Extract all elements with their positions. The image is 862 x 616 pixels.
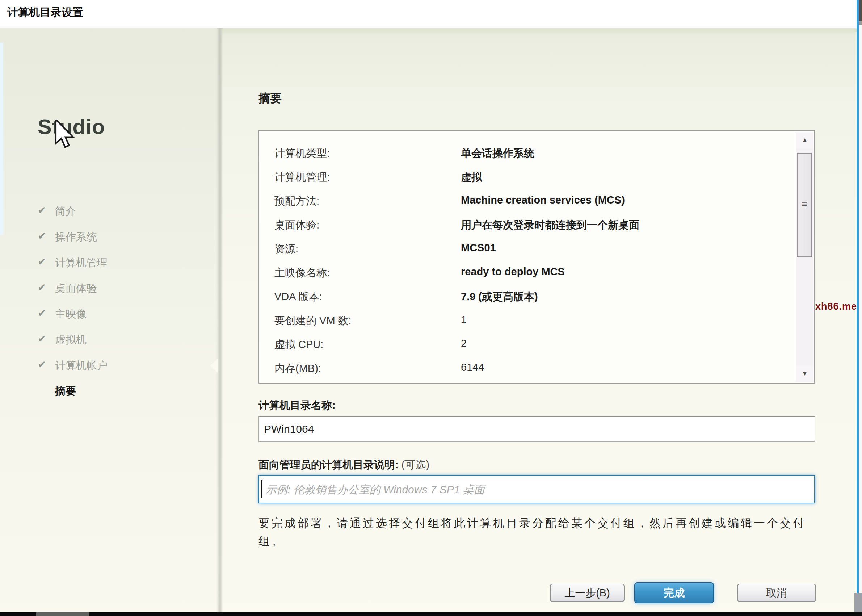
row-value: 用户在每次登录时都连接到一个新桌面 bbox=[461, 218, 639, 233]
scroll-up-icon[interactable]: ▲ bbox=[796, 132, 813, 148]
row-value: 6144 bbox=[461, 361, 484, 373]
description-placeholder: 示例: 伦敦销售办公室的 Windows 7 SP1 桌面 bbox=[266, 482, 485, 497]
row-value: 1 bbox=[461, 314, 467, 325]
sidebar-divider bbox=[217, 28, 223, 612]
step-machine-management[interactable]: ✔ 计算机管理 bbox=[0, 256, 221, 281]
right-edge-bottom-gray bbox=[854, 593, 862, 612]
row-value: 7.9 (或更高版本) bbox=[461, 290, 538, 304]
page-title: 摘要 bbox=[259, 91, 282, 107]
step-label: 虚拟机 bbox=[55, 333, 86, 347]
check-icon: ✔ bbox=[38, 333, 46, 345]
wizard-dialog: Studio ✔ 简介 ✔ 操作系统 ✔ 计算机管理 ✔ 桌面体验 ✔ bbox=[0, 28, 862, 612]
wizard-sidebar: Studio ✔ 简介 ✔ 操作系统 ✔ 计算机管理 ✔ 桌面体验 ✔ bbox=[0, 28, 221, 612]
description-label: 面向管理员的计算机目录说明: (可选) bbox=[259, 458, 429, 472]
step-summary-current[interactable]: 摘要 bbox=[0, 384, 221, 410]
watermark: xh86.me bbox=[815, 301, 857, 312]
row-label: 预配方法: bbox=[275, 194, 319, 209]
description-label-text: 面向管理员的计算机目录说明: bbox=[259, 459, 399, 470]
row-value: ready to deploy MCS bbox=[461, 266, 565, 278]
row-label: 计算机管理: bbox=[275, 170, 330, 185]
check-icon: ✔ bbox=[38, 281, 46, 293]
right-edge-column bbox=[859, 0, 862, 616]
step-label: 简介 bbox=[55, 204, 76, 219]
row-value: 单会话操作系统 bbox=[461, 146, 534, 161]
step-label: 主映像 bbox=[55, 307, 86, 322]
summary-row: VDA 版本: 7.9 (或更高版本) bbox=[259, 286, 794, 310]
check-icon: ✔ bbox=[38, 204, 46, 216]
back-button[interactable]: 上一步(B) bbox=[550, 584, 625, 602]
cancel-button[interactable]: 取消 bbox=[737, 584, 816, 602]
scroll-down-icon[interactable]: ▼ bbox=[796, 365, 813, 382]
summary-row: 资源: MCS01 bbox=[259, 238, 794, 262]
right-edge-dark-block bbox=[859, 0, 862, 21]
step-computer-accounts[interactable]: ✔ 计算机帐户 bbox=[0, 358, 221, 384]
check-icon: ✔ bbox=[38, 307, 46, 319]
summary-rows: 计算机类型: 单会话操作系统 计算机管理: 虚拟 预配方法: Machine c… bbox=[259, 143, 794, 382]
row-value: MCS01 bbox=[461, 242, 496, 254]
check-icon: ✔ bbox=[38, 256, 46, 268]
window-title: 计算机目录设置 bbox=[7, 5, 83, 20]
summary-row: 预配方法: Machine creation services (MCS) bbox=[259, 190, 794, 214]
catalog-name-label: 计算机目录名称: bbox=[259, 398, 336, 413]
row-label: 内存(MB): bbox=[275, 361, 321, 376]
right-edge-gray-band bbox=[859, 21, 862, 25]
finish-button[interactable]: 完成 bbox=[634, 582, 714, 603]
current-step-notch bbox=[210, 359, 218, 372]
taskbar-edge bbox=[0, 612, 862, 616]
step-label: 计算机管理 bbox=[55, 256, 108, 270]
row-label: 主映像名称: bbox=[275, 266, 330, 280]
row-label: 资源: bbox=[275, 242, 298, 256]
step-os[interactable]: ✔ 操作系统 bbox=[0, 230, 221, 256]
step-label: 摘要 bbox=[55, 384, 76, 399]
scrollbar-thumb[interactable]: ≡ bbox=[797, 153, 812, 257]
summary-row: 计算机管理: 虚拟 bbox=[259, 167, 794, 190]
summary-row: 内存(MB): 6144 bbox=[259, 358, 794, 382]
summary-row: 虚拟 CPU: 2 bbox=[259, 334, 794, 358]
right-edge-blue-line bbox=[857, 0, 859, 616]
step-desktop-experience[interactable]: ✔ 桌面体验 bbox=[0, 281, 221, 307]
row-label: 桌面体验: bbox=[275, 218, 319, 233]
summary-panel: 计算机类型: 单会话操作系统 计算机管理: 虚拟 预配方法: Machine c… bbox=[259, 130, 815, 383]
summary-row: 主映像名称: ready to deploy MCS bbox=[259, 262, 794, 286]
step-master-image[interactable]: ✔ 主映像 bbox=[0, 307, 221, 333]
summary-row: 桌面体验: 用户在每次登录时都连接到一个新桌面 bbox=[259, 214, 794, 238]
taskbar-segment bbox=[36, 612, 89, 616]
row-value: Machine creation services (MCS) bbox=[461, 194, 625, 206]
step-label: 操作系统 bbox=[55, 230, 97, 244]
mouse-cursor-icon bbox=[53, 119, 77, 150]
step-intro[interactable]: ✔ 简介 bbox=[0, 204, 221, 230]
text-caret bbox=[261, 480, 262, 498]
row-value: 2 bbox=[461, 338, 467, 349]
step-label: 计算机帐户 bbox=[55, 358, 108, 373]
check-icon: ✔ bbox=[38, 358, 46, 371]
row-label: 计算机类型: bbox=[275, 146, 330, 161]
row-value: 虚拟 bbox=[461, 170, 482, 185]
check-icon: ✔ bbox=[38, 230, 46, 242]
summary-row: 要创建的 VM 数: 1 bbox=[259, 310, 794, 334]
summary-row: 计算机类型: 单会话操作系统 bbox=[259, 143, 794, 167]
description-input[interactable]: 示例: 伦敦销售办公室的 Windows 7 SP1 桌面 bbox=[259, 475, 815, 503]
window-titlebar: 计算机目录设置 bbox=[0, 0, 862, 28]
row-label: 虚拟 CPU: bbox=[275, 338, 323, 352]
description-optional-hint: (可选) bbox=[402, 459, 429, 470]
deployment-footnote: 要完成部署，请通过选择交付组将此计算机目录分配给某个交付组，然后再创建或编辑一个… bbox=[259, 514, 812, 550]
row-label: VDA 版本: bbox=[275, 290, 322, 304]
step-label: 桌面体验 bbox=[55, 281, 97, 296]
catalog-name-input[interactable]: PWin1064 bbox=[259, 416, 815, 442]
catalog-name-value: PWin1064 bbox=[264, 423, 314, 435]
row-label: 要创建的 VM 数: bbox=[275, 314, 352, 328]
summary-scrollbar[interactable]: ▲ ≡ ▼ bbox=[796, 132, 813, 382]
step-virtual-machines[interactable]: ✔ 虚拟机 bbox=[0, 333, 221, 358]
